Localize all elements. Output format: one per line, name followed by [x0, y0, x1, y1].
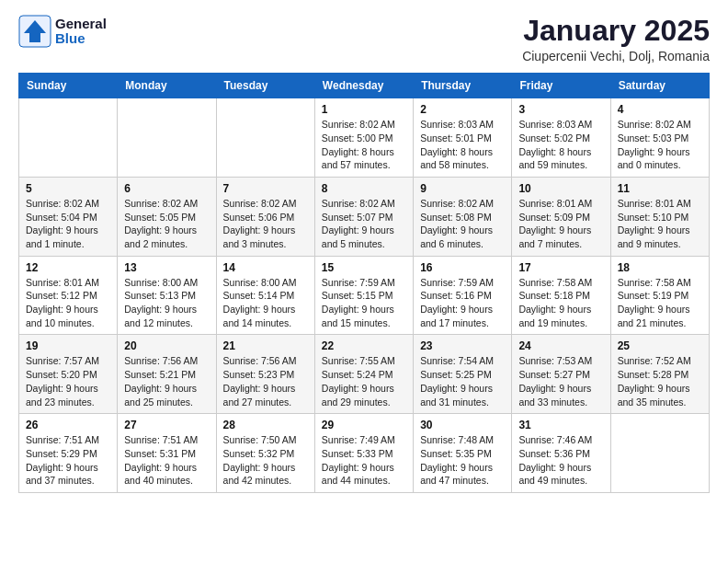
day-cell-5: 5Sunrise: 8:02 AM Sunset: 5:04 PM Daylig…	[19, 177, 118, 256]
day-cell-2: 2Sunrise: 8:03 AM Sunset: 5:01 PM Daylig…	[414, 98, 512, 178]
day-number: 21	[223, 339, 308, 352]
day-number: 22	[322, 339, 406, 352]
day-info: Sunrise: 7:58 AM Sunset: 5:19 PM Dayligh…	[618, 276, 702, 330]
day-cell-22: 22Sunrise: 7:55 AM Sunset: 5:24 PM Dayli…	[314, 335, 413, 414]
day-cell-26: 26Sunrise: 7:51 AM Sunset: 5:29 PM Dayli…	[19, 414, 118, 493]
day-cell-15: 15Sunrise: 7:59 AM Sunset: 5:15 PM Dayli…	[314, 256, 413, 335]
day-cell-29: 29Sunrise: 7:49 AM Sunset: 5:33 PM Dayli…	[314, 414, 413, 493]
day-cell-11: 11Sunrise: 8:01 AM Sunset: 5:10 PM Dayli…	[610, 177, 709, 256]
day-info: Sunrise: 7:55 AM Sunset: 5:24 PM Dayligh…	[322, 354, 406, 408]
day-number: 13	[124, 261, 209, 274]
day-cell-20: 20Sunrise: 7:56 AM Sunset: 5:21 PM Dayli…	[118, 335, 216, 414]
day-cell-19: 19Sunrise: 7:57 AM Sunset: 5:20 PM Dayli…	[19, 335, 118, 414]
day-cell-7: 7Sunrise: 8:02 AM Sunset: 5:06 PM Daylig…	[216, 177, 314, 256]
empty-cell	[19, 98, 118, 178]
day-cell-27: 27Sunrise: 7:51 AM Sunset: 5:31 PM Dayli…	[118, 414, 216, 493]
day-cell-17: 17Sunrise: 7:58 AM Sunset: 5:18 PM Dayli…	[512, 256, 610, 335]
day-cell-23: 23Sunrise: 7:54 AM Sunset: 5:25 PM Dayli…	[414, 335, 512, 414]
day-cell-3: 3Sunrise: 8:03 AM Sunset: 5:02 PM Daylig…	[512, 98, 610, 178]
day-number: 7	[223, 182, 308, 195]
weekday-header-row: SundayMondayTuesdayWednesdayThursdayFrid…	[19, 74, 710, 98]
day-info: Sunrise: 8:02 AM Sunset: 5:00 PM Dayligh…	[322, 118, 406, 172]
day-cell-6: 6Sunrise: 8:02 AM Sunset: 5:05 PM Daylig…	[118, 177, 216, 256]
empty-cell	[118, 98, 216, 178]
day-number: 23	[420, 339, 505, 352]
day-number: 9	[420, 182, 505, 195]
day-info: Sunrise: 8:01 AM Sunset: 5:09 PM Dayligh…	[518, 197, 603, 251]
empty-cell	[216, 98, 314, 178]
day-info: Sunrise: 7:51 AM Sunset: 5:29 PM Dayligh…	[26, 433, 110, 488]
day-number: 10	[518, 182, 603, 195]
day-info: Sunrise: 7:58 AM Sunset: 5:18 PM Dayligh…	[518, 276, 603, 330]
day-info: Sunrise: 8:01 AM Sunset: 5:12 PM Dayligh…	[26, 276, 110, 330]
main-title: January 2025	[522, 15, 710, 47]
calendar-table: SundayMondayTuesdayWednesdayThursdayFrid…	[18, 73, 710, 493]
day-cell-8: 8Sunrise: 8:02 AM Sunset: 5:07 PM Daylig…	[314, 177, 413, 256]
day-cell-30: 30Sunrise: 7:48 AM Sunset: 5:35 PM Dayli…	[414, 414, 512, 493]
logo-general-label: General	[55, 17, 107, 32]
day-info: Sunrise: 7:59 AM Sunset: 5:15 PM Dayligh…	[322, 276, 406, 330]
day-number: 16	[420, 261, 505, 274]
day-info: Sunrise: 8:03 AM Sunset: 5:01 PM Dayligh…	[420, 118, 505, 172]
day-info: Sunrise: 7:53 AM Sunset: 5:27 PM Dayligh…	[518, 354, 603, 408]
day-number: 5	[26, 182, 110, 195]
logo: General Blue	[18, 15, 107, 48]
day-number: 17	[518, 261, 603, 274]
weekday-header-wednesday: Wednesday	[314, 74, 413, 98]
header: General Blue January 2025 Ciupercenii Ve…	[18, 15, 710, 63]
empty-cell	[610, 414, 709, 493]
day-info: Sunrise: 7:50 AM Sunset: 5:32 PM Dayligh…	[223, 433, 308, 488]
day-number: 3	[518, 103, 603, 116]
day-cell-24: 24Sunrise: 7:53 AM Sunset: 5:27 PM Dayli…	[512, 335, 610, 414]
day-number: 18	[618, 261, 702, 274]
weekday-header-friday: Friday	[512, 74, 610, 98]
logo-text: General Blue	[55, 17, 107, 47]
day-info: Sunrise: 8:02 AM Sunset: 5:07 PM Dayligh…	[322, 197, 406, 251]
day-info: Sunrise: 7:51 AM Sunset: 5:31 PM Dayligh…	[124, 433, 209, 488]
day-info: Sunrise: 7:52 AM Sunset: 5:28 PM Dayligh…	[618, 354, 702, 408]
day-cell-9: 9Sunrise: 8:02 AM Sunset: 5:08 PM Daylig…	[414, 177, 512, 256]
week-row-5: 26Sunrise: 7:51 AM Sunset: 5:29 PM Dayli…	[19, 414, 710, 493]
weekday-header-saturday: Saturday	[610, 74, 709, 98]
day-info: Sunrise: 8:02 AM Sunset: 5:03 PM Dayligh…	[618, 118, 702, 172]
logo-icon	[18, 15, 51, 48]
weekday-header-sunday: Sunday	[19, 74, 118, 98]
day-number: 26	[26, 419, 110, 431]
weekday-header-thursday: Thursday	[414, 74, 512, 98]
day-number: 14	[223, 261, 308, 274]
day-number: 27	[124, 419, 209, 431]
day-info: Sunrise: 7:56 AM Sunset: 5:21 PM Dayligh…	[124, 354, 209, 408]
subtitle: Ciupercenii Vechi, Dolj, Romania	[522, 49, 710, 63]
weekday-header-tuesday: Tuesday	[216, 74, 314, 98]
day-number: 15	[322, 261, 406, 274]
day-number: 6	[124, 182, 209, 195]
day-info: Sunrise: 8:00 AM Sunset: 5:14 PM Dayligh…	[223, 276, 308, 330]
day-number: 30	[420, 419, 505, 431]
day-number: 2	[420, 103, 505, 116]
day-number: 12	[26, 261, 110, 274]
day-cell-31: 31Sunrise: 7:46 AM Sunset: 5:36 PM Dayli…	[512, 414, 610, 493]
day-info: Sunrise: 7:48 AM Sunset: 5:35 PM Dayligh…	[420, 433, 505, 488]
day-number: 4	[618, 103, 702, 116]
page: General Blue January 2025 Ciupercenii Ve…	[0, 0, 728, 563]
day-number: 11	[618, 182, 702, 195]
day-cell-21: 21Sunrise: 7:56 AM Sunset: 5:23 PM Dayli…	[216, 335, 314, 414]
day-number: 19	[26, 339, 110, 352]
day-info: Sunrise: 7:57 AM Sunset: 5:20 PM Dayligh…	[26, 354, 110, 408]
day-info: Sunrise: 8:03 AM Sunset: 5:02 PM Dayligh…	[518, 118, 603, 172]
day-number: 1	[322, 103, 406, 116]
week-row-3: 12Sunrise: 8:01 AM Sunset: 5:12 PM Dayli…	[19, 256, 710, 335]
day-number: 20	[124, 339, 209, 352]
week-row-1: 1Sunrise: 8:02 AM Sunset: 5:00 PM Daylig…	[19, 98, 710, 178]
day-number: 24	[518, 339, 603, 352]
day-info: Sunrise: 8:02 AM Sunset: 5:08 PM Dayligh…	[420, 197, 505, 251]
day-cell-12: 12Sunrise: 8:01 AM Sunset: 5:12 PM Dayli…	[19, 256, 118, 335]
day-cell-14: 14Sunrise: 8:00 AM Sunset: 5:14 PM Dayli…	[216, 256, 314, 335]
day-info: Sunrise: 7:46 AM Sunset: 5:36 PM Dayligh…	[518, 433, 603, 488]
day-cell-1: 1Sunrise: 8:02 AM Sunset: 5:00 PM Daylig…	[314, 98, 413, 178]
day-cell-18: 18Sunrise: 7:58 AM Sunset: 5:19 PM Dayli…	[610, 256, 709, 335]
day-cell-25: 25Sunrise: 7:52 AM Sunset: 5:28 PM Dayli…	[610, 335, 709, 414]
day-info: Sunrise: 8:02 AM Sunset: 5:05 PM Dayligh…	[124, 197, 209, 251]
day-info: Sunrise: 8:00 AM Sunset: 5:13 PM Dayligh…	[124, 276, 209, 330]
day-number: 8	[322, 182, 406, 195]
